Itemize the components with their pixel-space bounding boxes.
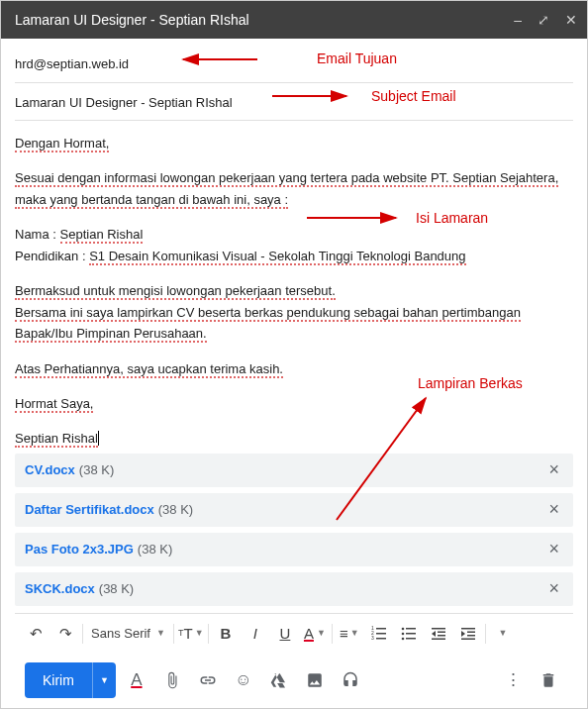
svg-rect-16 bbox=[461, 628, 475, 630]
bulleted-list-icon[interactable] bbox=[394, 619, 424, 649]
compose-title: Lamaran UI Designer - Septian RIshal bbox=[15, 12, 514, 28]
font-name: Sans Serif bbox=[91, 624, 150, 644]
undo-icon[interactable]: ↶ bbox=[21, 619, 50, 649]
attachment-row[interactable]: Pas Foto 2x3.JPG (38 K) × bbox=[15, 533, 573, 566]
remove-attachment-icon[interactable]: × bbox=[544, 495, 563, 525]
insert-photo-icon[interactable] bbox=[300, 665, 330, 695]
subject-value: Lamaran UI Designer - Septian RIshal bbox=[15, 95, 233, 110]
attachment-row[interactable]: SKCK.docx (38 K) × bbox=[15, 572, 573, 606]
attachment-size: (38 K) bbox=[99, 578, 134, 599]
more-formatting-icon[interactable]: ▼ bbox=[488, 619, 518, 649]
attachment-size: (38 K) bbox=[138, 539, 172, 559]
text-format-icon[interactable]: A bbox=[122, 665, 151, 695]
font-dropdown[interactable]: Sans Serif ▼ bbox=[85, 619, 171, 649]
align-icon[interactable]: ≡▼ bbox=[335, 619, 364, 649]
svg-point-8 bbox=[402, 633, 405, 636]
close-icon[interactable]: ✕ bbox=[565, 13, 577, 27]
numbered-list-icon[interactable]: 123 bbox=[364, 619, 394, 649]
body-edu-label: Pendidikan : bbox=[15, 249, 89, 263]
indent-more-icon[interactable] bbox=[453, 619, 483, 649]
body-salutation: Dengan Hormat, bbox=[15, 136, 109, 152]
body-name-label: Nama : bbox=[15, 227, 60, 242]
body-sign: Septian Rishal bbox=[15, 431, 98, 448]
svg-rect-11 bbox=[406, 638, 416, 640]
svg-rect-0 bbox=[376, 628, 386, 630]
confidential-mode-icon[interactable] bbox=[336, 665, 365, 695]
attachment-name: Pas Foto 2x3.JPG bbox=[25, 539, 134, 559]
discard-draft-icon[interactable] bbox=[534, 665, 563, 695]
remove-attachment-icon[interactable]: × bbox=[544, 574, 563, 604]
body-edu-value: S1 Desain Komunikasi Visual - Sekolah Ti… bbox=[89, 249, 465, 265]
window-controls: – ⤢ ✕ bbox=[514, 13, 577, 27]
attachment-name: Daftar Sertifikat.docx bbox=[25, 499, 154, 520]
svg-point-10 bbox=[402, 638, 405, 641]
bold-icon[interactable]: B bbox=[211, 619, 241, 649]
svg-text:3: 3 bbox=[371, 635, 374, 641]
compose-header: Lamaran UI Designer - Septian RIshal – ⤢… bbox=[1, 1, 587, 39]
svg-rect-7 bbox=[406, 628, 416, 630]
svg-point-6 bbox=[402, 628, 405, 631]
attachments: CV.docx (38 K) × Daftar Sertifikat.docx … bbox=[15, 450, 573, 606]
send-options-icon[interactable]: ▼ bbox=[92, 662, 116, 698]
remove-attachment-icon[interactable]: × bbox=[544, 456, 563, 485]
svg-rect-19 bbox=[461, 638, 475, 640]
redo-icon[interactable]: ↷ bbox=[50, 619, 80, 649]
svg-rect-18 bbox=[467, 635, 475, 637]
attachment-name: CV.docx bbox=[25, 459, 75, 480]
send-button[interactable]: Kirim bbox=[25, 662, 92, 698]
body-p4: Atas Perhatiannya, saya ucapkan terima k… bbox=[15, 361, 283, 378]
insert-emoji-icon[interactable]: ☺ bbox=[229, 665, 258, 695]
formatting-toolbar: ↶ ↷ Sans Serif ▼ TT ▼ B I U A▼ ≡▼ 123 bbox=[15, 613, 573, 653]
indent-less-icon[interactable] bbox=[424, 619, 453, 649]
attach-file-icon[interactable] bbox=[157, 665, 187, 695]
svg-rect-15 bbox=[432, 638, 445, 640]
minimize-icon[interactable]: – bbox=[514, 13, 522, 27]
svg-rect-1 bbox=[376, 633, 386, 635]
svg-rect-17 bbox=[467, 631, 475, 633]
svg-rect-13 bbox=[438, 631, 445, 633]
attachment-size: (38 K) bbox=[158, 499, 193, 520]
svg-rect-2 bbox=[376, 638, 386, 640]
svg-rect-14 bbox=[438, 635, 445, 637]
font-size-icon[interactable]: TT ▼ bbox=[176, 619, 206, 649]
underline-icon[interactable]: U bbox=[270, 619, 300, 649]
italic-icon[interactable]: I bbox=[241, 619, 270, 649]
chevron-down-icon: ▼ bbox=[156, 627, 165, 641]
attachment-row[interactable]: CV.docx (38 K) × bbox=[15, 454, 573, 487]
attachment-size: (38 K) bbox=[79, 459, 114, 480]
attachment-row[interactable]: Daftar Sertifikat.docx (38 K) × bbox=[15, 493, 573, 527]
svg-rect-9 bbox=[406, 633, 416, 635]
insert-link-icon[interactable] bbox=[193, 665, 223, 695]
more-options-icon[interactable]: ⋮ bbox=[498, 665, 528, 695]
action-bar: Kirim ▼ A ☺ ⋮ bbox=[15, 653, 573, 708]
remove-attachment-icon[interactable]: × bbox=[544, 535, 563, 564]
body-p3: Bersama ini saya lampirkan CV beserta be… bbox=[15, 305, 521, 343]
to-value: hrd@septian.web.id bbox=[15, 56, 129, 71]
insert-drive-icon[interactable] bbox=[264, 665, 294, 695]
to-field[interactable]: hrd@septian.web.id bbox=[15, 49, 573, 83]
message-body[interactable]: Dengan Hormat, Sesuai dengan informasi l… bbox=[15, 121, 573, 613]
body-closing: Hormat Saya, bbox=[15, 396, 93, 413]
body-p2: Bermaksud untuk mengisi lowongan pekerja… bbox=[15, 283, 336, 300]
attachment-name: SKCK.docx bbox=[25, 578, 95, 599]
body-p1: Sesuai dengan informasi lowongan pekerja… bbox=[15, 170, 558, 208]
text-color-icon[interactable]: A▼ bbox=[300, 619, 330, 649]
svg-rect-12 bbox=[432, 628, 445, 630]
subject-field[interactable]: Lamaran UI Designer - Septian RIshal bbox=[15, 83, 573, 122]
send-button-group: Kirim ▼ bbox=[25, 662, 116, 698]
body-name-value: Septian Rishal bbox=[60, 227, 144, 244]
fullscreen-icon[interactable]: ⤢ bbox=[538, 13, 549, 27]
